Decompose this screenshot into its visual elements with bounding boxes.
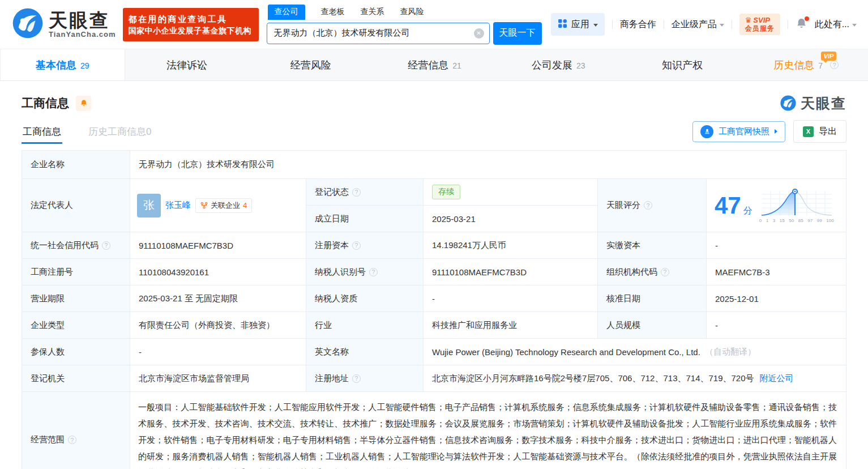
help-icon[interactable]	[352, 374, 361, 383]
reg-number-label: 工商注册号	[22, 259, 130, 285]
tab-operational-risk[interactable]: 经营风险	[249, 49, 373, 80]
main-content: 工商信息 天眼查 工商信息 历史工商信息0	[0, 93, 868, 469]
notification-dot	[805, 16, 809, 21]
reg-number-value: 110108043920161	[130, 259, 306, 285]
tab-intellectual-property[interactable]: 知识产权	[621, 49, 745, 80]
excel-icon	[803, 126, 814, 137]
search-tab-company[interactable]: 查公司	[268, 5, 305, 20]
paid-capital-label: 实缴资本	[598, 232, 707, 259]
business-term-value: 2025-03-21 至 无固定期限	[130, 285, 306, 312]
help-icon[interactable]	[661, 268, 669, 276]
industry-value: 科技推广和应用服务业	[424, 312, 598, 339]
clear-search-icon[interactable]	[474, 28, 484, 39]
help-icon[interactable]	[352, 188, 361, 197]
vip-badge: VIP	[821, 52, 837, 61]
reg-capital-label: 注册资本	[306, 232, 424, 259]
stamp-icon	[700, 125, 713, 138]
search-input[interactable]	[267, 23, 490, 44]
apps-menu[interactable]: 应用	[551, 13, 605, 36]
tab-business-info[interactable]: 经营信息21	[373, 49, 497, 80]
tab-history-info[interactable]: VIP 历史信息7	[744, 49, 868, 80]
search-tab-risk[interactable]: 查风险	[400, 5, 424, 20]
paid-capital-value: -	[707, 232, 846, 259]
nearby-companies-link[interactable]: 附近公司	[760, 373, 794, 384]
legal-rep-value: 张 张玉峰 关联企业 4	[130, 179, 306, 232]
english-name-value: Wujie Power (Beijing) Technology Researc…	[424, 339, 846, 365]
business-term-label: 营业期限	[22, 285, 130, 312]
tab-basic-info[interactable]: 基本信息29	[0, 49, 125, 80]
watermark-text: 天眼查	[801, 94, 846, 113]
chevron-down-icon	[852, 24, 857, 27]
insured-count-label: 参保人数	[22, 339, 130, 365]
reg-status-value: 存续	[424, 179, 598, 206]
tab-legal-litigation[interactable]: 法律诉讼	[125, 49, 249, 80]
tyc-score-label: 天眼评分	[598, 179, 707, 232]
top-header: 天眼查 TianYanCha.com 都在用的商业查询工具 国家中小企业发展子基…	[0, 0, 868, 49]
help-icon[interactable]	[369, 268, 378, 276]
score-axis-ticks: 0131550859799100	[759, 218, 834, 223]
arrow-right-icon	[775, 129, 777, 134]
score-distribution-chart: 0131550859799100	[759, 188, 834, 223]
brand-name: 天眼查	[49, 11, 116, 30]
search-block: 查公司 查老板 查关系 查风险 天眼一下	[267, 5, 542, 45]
tianyancha-logo[interactable]: 天眼查 TianYanCha.com	[11, 7, 116, 42]
business-info-table: 企业名称 无界动力（北京）技术研发有限公司 法定代表人 张 张玉峰 关联企业 4…	[22, 150, 846, 469]
subtab-history-business-info[interactable]: 历史工商信息0	[87, 120, 152, 144]
search-tab-relation[interactable]: 查关系	[361, 5, 384, 20]
search-button[interactable]: 天眼一下	[493, 22, 542, 45]
legal-rep-label: 法定代表人	[22, 179, 130, 232]
company-name-label: 企业名称	[22, 151, 130, 179]
subtab-business-info[interactable]: 工商信息	[22, 120, 62, 144]
brand-domain: TianYanCha.com	[49, 30, 116, 39]
notifications-bell[interactable]	[796, 18, 807, 32]
insured-count-value: -	[130, 339, 306, 365]
business-scope-value: 一般项目：人工智能基础软件开发；人工智能应用软件开发；人工智能硬件销售；电子产品…	[130, 392, 846, 469]
score-number: 47分	[715, 194, 752, 218]
divider	[732, 20, 732, 29]
auto-translate-note: （自动翻译）	[705, 347, 756, 357]
search-tabs: 查公司 查老板 查关系 查风险	[267, 5, 542, 20]
staff-size-value: -	[707, 312, 846, 339]
taxpayer-quality-value: -	[424, 285, 598, 312]
user-menu[interactable]: 此处有...	[815, 19, 857, 31]
reg-address-label: 注册地址	[306, 365, 424, 392]
avatar[interactable]: 张	[137, 194, 161, 218]
nav-business-cooperation[interactable]: 商务合作	[620, 19, 656, 31]
company-type-label: 企业类型	[22, 312, 130, 339]
crown-icon	[745, 16, 752, 24]
approval-date-value: 2025-12-01	[707, 285, 846, 312]
chevron-down-icon	[720, 24, 724, 27]
tyc-score-value: 47分	[707, 179, 846, 232]
related-companies-badge[interactable]: 关联企业 4	[195, 198, 252, 213]
industry-label: 行业	[306, 312, 424, 339]
help-icon[interactable]	[830, 61, 839, 69]
english-name-label: 英文名称	[306, 339, 424, 365]
promo-line1: 都在用的商业查询工具	[129, 13, 253, 25]
promo-banner: 都在用的商业查询工具 国家中小企业发展子基金旗下机构	[123, 8, 259, 41]
org-code-value: MAEFMC7B-3	[707, 259, 846, 285]
header-right-nav: 应用 商务合作 企业级产品 SVIP 会员服务 此	[551, 13, 857, 36]
help-icon[interactable]	[102, 241, 110, 250]
tab-company-development[interactable]: 公司发展23	[497, 49, 621, 80]
svip-membership-button[interactable]: SVIP 会员服务	[739, 14, 780, 35]
bell-icon	[80, 99, 88, 107]
export-button[interactable]: 导出	[793, 120, 846, 143]
apps-grid-icon	[558, 19, 567, 31]
nav-enterprise-products[interactable]: 企业级产品	[672, 19, 724, 31]
company-tab-bar: 基本信息29 法律诉讼 经营风险 经营信息21 公司发展23 知识产权 VIP …	[0, 49, 868, 81]
legal-rep-name-link[interactable]: 张玉峰	[165, 200, 191, 211]
help-icon[interactable]	[644, 201, 652, 210]
reg-capital-value: 14.198241万人民币	[424, 232, 598, 259]
help-icon[interactable]	[352, 241, 361, 250]
taxpayer-id-label: 纳税人识别号	[306, 259, 424, 285]
search-tab-boss[interactable]: 查老板	[321, 5, 345, 20]
credit-code-value: 91110108MAEFMC7B3D	[130, 232, 306, 259]
divider	[612, 20, 613, 29]
reg-status-label: 登记状态	[306, 179, 424, 206]
follow-bell-button[interactable]	[76, 96, 91, 111]
official-snapshot-button[interactable]: 工商官网快照	[692, 121, 785, 142]
org-code-label: 组织机构代码	[598, 259, 707, 285]
help-icon[interactable]	[68, 436, 76, 444]
reg-address-value: 北京市海淀区小月河东畔路16号院2号楼7层705、706、712、713、714…	[424, 365, 846, 392]
establish-date-value: 2025-03-21	[424, 206, 598, 232]
